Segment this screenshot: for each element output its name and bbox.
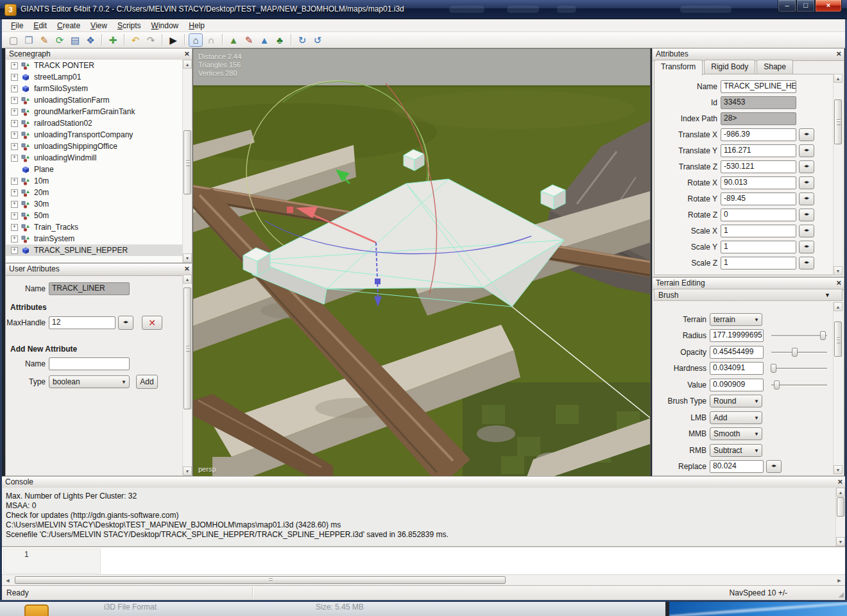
maxhandle-input[interactable]: 12: [49, 316, 116, 329]
scrollbar-thumb[interactable]: [834, 321, 842, 357]
tree-item-20m[interactable]: +20m: [6, 187, 192, 198]
scroll-right-icon[interactable]: ▶: [834, 576, 844, 585]
import-icon[interactable]: ✚: [106, 33, 120, 47]
tab-transform[interactable]: Transform: [654, 60, 703, 76]
scroll-up-icon[interactable]: ▲: [183, 60, 192, 69]
rotate-x-input[interactable]: 90.013: [721, 176, 796, 189]
tab-rigid-body[interactable]: Rigid Body: [704, 60, 755, 74]
tree-item-50m[interactable]: +50m: [6, 210, 192, 221]
attributes-scrollbar[interactable]: ▲ ▼: [833, 74, 843, 275]
scrollbar-thumb[interactable]: [184, 130, 191, 194]
expand-icon[interactable]: +: [11, 132, 18, 139]
spinner-button[interactable]: ◂▸: [799, 128, 814, 141]
title-bar[interactable]: 3 GIANTS Editor 64bit 7.0.2 - C:/Users/M…: [0, 0, 847, 19]
menu-item-scripts[interactable]: Scripts: [112, 19, 146, 32]
expand-icon[interactable]: +: [11, 97, 18, 104]
tree-item-track-spline-hepper[interactable]: +TRACK_SPLINE_HEPPER: [6, 244, 192, 256]
radius-slider[interactable]: [771, 331, 827, 340]
magnet-icon[interactable]: ∩: [204, 33, 218, 47]
tree-item-10m[interactable]: +10m: [6, 175, 192, 187]
scale-y-input[interactable]: 1: [721, 241, 796, 253]
console-log[interactable]: Max. Number of Lights Per Cluster: 32 MS…: [2, 488, 835, 546]
slider-thumb[interactable]: [771, 364, 776, 373]
redo-icon[interactable]: ↷: [144, 33, 158, 47]
lmb-select[interactable]: Add▼: [710, 411, 762, 424]
value-input[interactable]: 0.090909: [710, 379, 764, 391]
script-editor[interactable]: 1: [2, 547, 845, 574]
close-icon[interactable]: ×: [184, 264, 189, 273]
tree-item-unloadingwindmill[interactable]: +unloadingWindmill: [6, 152, 192, 164]
delete-attribute-button[interactable]: ✕: [142, 316, 162, 330]
new-attribute-name-input[interactable]: [49, 357, 130, 370]
expand-icon[interactable]: +: [11, 62, 18, 69]
spinner-button[interactable]: ◂▸: [799, 144, 814, 157]
tree-item-plane[interactable]: Plane: [6, 164, 192, 175]
tree-item-unloadingshippingoffice[interactable]: +unloadingShippingOffice: [6, 141, 192, 152]
save-icon[interactable]: ▤: [68, 33, 82, 47]
new-file-icon[interactable]: ▢: [6, 33, 21, 47]
scrollbar-thumb[interactable]: [834, 99, 842, 144]
maximize-button[interactable]: □: [796, 0, 815, 12]
terrain-paint-icon[interactable]: ✎: [242, 33, 256, 47]
scroll-down-icon[interactable]: ▼: [183, 466, 192, 475]
menu-item-create[interactable]: Create: [52, 19, 85, 32]
expand-icon[interactable]: +: [11, 235, 18, 243]
open-file-icon[interactable]: ❒: [22, 33, 36, 47]
tree-item-farmsilosystem[interactable]: +farmSiloSystem: [6, 83, 192, 94]
tree-item-railroadstation02[interactable]: +railroadStation02: [6, 117, 192, 129]
tree-item-groundmarkerfarmgraintank[interactable]: +groundMarkerFarmGrainTank: [6, 106, 192, 117]
expand-icon[interactable]: +: [11, 108, 18, 116]
translate-z-input[interactable]: -530.121: [721, 160, 796, 173]
expand-icon[interactable]: +: [11, 178, 18, 185]
play-icon[interactable]: ▶: [166, 33, 180, 47]
edit-notepad-icon[interactable]: ✎: [37, 33, 51, 47]
user-attribute-name-input[interactable]: TRACK_LINER: [49, 282, 130, 295]
undo-icon[interactable]: ↶: [128, 33, 142, 47]
scroll-down-icon[interactable]: ▼: [836, 537, 845, 546]
expand-icon[interactable]: +: [11, 224, 18, 231]
scroll-up-icon[interactable]: ▲: [834, 302, 843, 311]
tree-item-train-tracks[interactable]: +Train_Tracks: [6, 221, 192, 233]
tree-item-streetlamp01[interactable]: +streetLamp01: [6, 71, 192, 83]
scale-x-input[interactable]: 1: [721, 225, 796, 237]
expand-icon[interactable]: +: [11, 247, 18, 254]
rotate-z-input[interactable]: 0: [721, 209, 796, 221]
menu-item-file[interactable]: File: [6, 19, 28, 32]
spinner-button[interactable]: ◂▸: [799, 257, 814, 270]
tree-item-30m[interactable]: +30m: [6, 198, 192, 210]
close-icon[interactable]: ×: [836, 278, 841, 287]
brush-section-header[interactable]: Brush ▼: [654, 289, 843, 301]
scrollbar-thumb[interactable]: [15, 576, 506, 584]
close-button[interactable]: ×: [815, 0, 842, 12]
menu-item-help[interactable]: Help: [184, 19, 210, 32]
scroll-up-icon[interactable]: ▲: [183, 275, 192, 284]
type-select[interactable]: boolean ▼: [49, 375, 130, 388]
add-attribute-button[interactable]: Add: [136, 375, 158, 389]
minimize-button[interactable]: –: [778, 0, 796, 12]
mmb-select[interactable]: Smooth▼: [710, 427, 762, 440]
expand-icon[interactable]: +: [11, 155, 18, 162]
terrain-select[interactable]: terrain▼: [710, 313, 762, 326]
expand-icon[interactable]: +: [11, 143, 18, 150]
rmb-select[interactable]: Subtract▼: [710, 444, 762, 457]
resize-grip[interactable]: ◢: [839, 590, 844, 599]
spinner-button[interactable]: ◂▸: [118, 316, 133, 330]
scroll-down-icon[interactable]: ▼: [834, 465, 843, 474]
tree-item-trainsystem[interactable]: +trainSystem: [6, 233, 192, 244]
slider-thumb[interactable]: [792, 348, 798, 357]
slider-thumb[interactable]: [820, 331, 826, 340]
visibility-checkbox[interactable]: [721, 275, 730, 276]
expand-icon[interactable]: +: [11, 120, 18, 127]
close-icon[interactable]: ×: [837, 477, 843, 486]
terrain-scrollbar[interactable]: ▲ ▼: [833, 302, 843, 474]
save-as-icon[interactable]: ❖: [83, 33, 98, 47]
scrollbar-thumb[interactable]: [837, 497, 844, 517]
tree-item-track-ponter[interactable]: +TRACK PONTER: [6, 60, 192, 71]
camera-home-icon[interactable]: ⌂: [189, 33, 203, 47]
script-reload-all-icon[interactable]: ↺: [311, 33, 325, 47]
scroll-up-icon[interactable]: ▲: [834, 74, 843, 83]
scrollbar-thumb[interactable]: [184, 287, 191, 409]
hardness-slider[interactable]: [771, 364, 827, 373]
scenegraph-scrollbar[interactable]: ▲ ▼: [182, 60, 192, 262]
tree-item-unloadingstationfarm[interactable]: +unloadingStationFarm: [6, 94, 192, 106]
